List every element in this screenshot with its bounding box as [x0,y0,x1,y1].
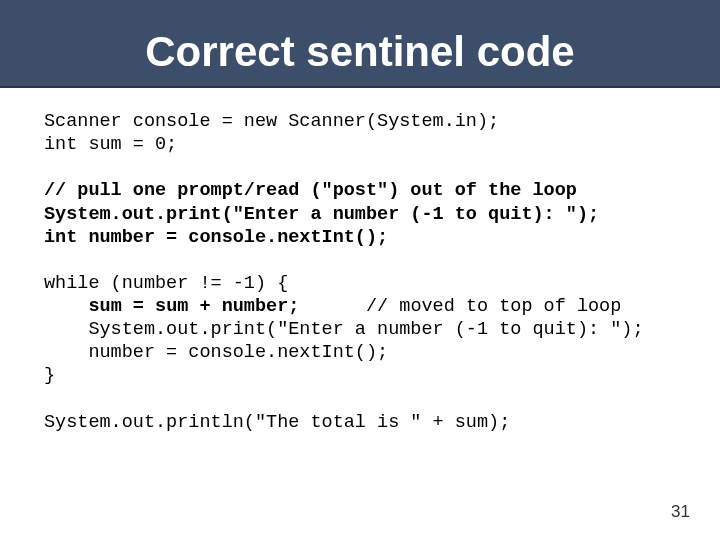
code-line-bold: System.out.print("Enter a number (-1 to … [44,204,599,225]
code-line: System.out.println("The total is " + sum… [44,412,510,433]
slide-title: Correct sentinel code [145,28,574,76]
code-line: number = console.nextInt(); [44,342,388,363]
title-bar: Correct sentinel code [0,0,720,88]
code-line: while (number != -1) { [44,273,288,294]
code-line-bold: // pull one prompt/read ("post") out of … [44,180,577,201]
page-number: 31 [671,502,690,522]
code-line: int sum = 0; [44,134,177,155]
code-line-bold: int number = console.nextInt(); [44,227,388,248]
code-line: // moved to top of loop [299,296,621,317]
code-line: System.out.print("Enter a number (-1 to … [44,319,644,340]
content-area: Scanner console = new Scanner(System.in)… [0,88,720,434]
code-line [44,296,88,317]
code-line: } [44,365,55,386]
code-line: Scanner console = new Scanner(System.in)… [44,111,499,132]
slide: Correct sentinel code Scanner console = … [0,0,720,540]
code-block: Scanner console = new Scanner(System.in)… [44,110,676,434]
code-line-bold: sum = sum + number; [88,296,299,317]
